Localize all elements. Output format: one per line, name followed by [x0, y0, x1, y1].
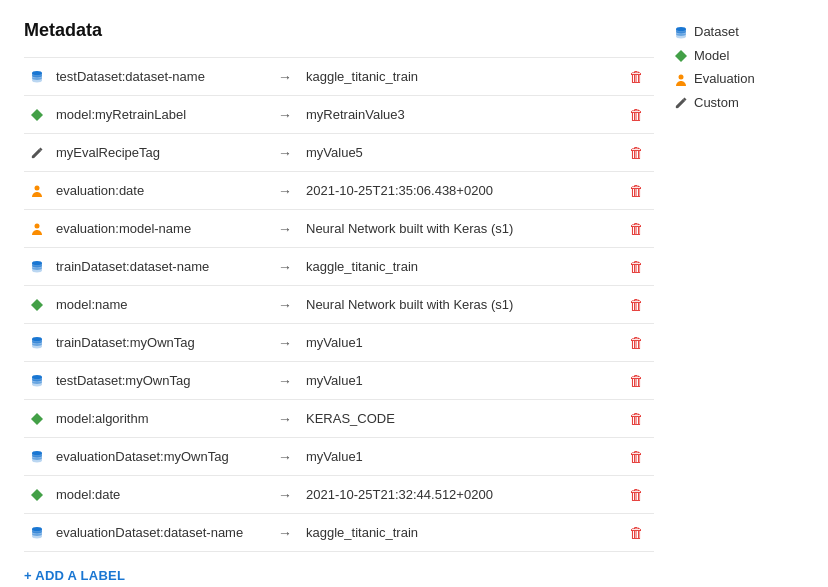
svg-point-2	[35, 186, 40, 191]
row-delete-cell: 🗑	[619, 172, 654, 210]
model-icon	[30, 411, 44, 426]
arrow-icon: →	[270, 172, 300, 210]
delete-button[interactable]: 🗑	[625, 218, 648, 239]
row-key: evaluation:date	[50, 172, 270, 210]
table-row: trainDataset:dataset-name → kaggle_titan…	[24, 248, 654, 286]
model-icon	[30, 487, 44, 502]
page-title: Metadata	[24, 20, 654, 41]
delete-button[interactable]: 🗑	[625, 370, 648, 391]
row-delete-cell: 🗑	[619, 476, 654, 514]
row-value: Neural Network built with Keras (s1)	[300, 210, 619, 248]
row-icon	[24, 248, 50, 286]
model-icon	[30, 297, 44, 312]
svg-marker-1	[31, 109, 43, 121]
svg-marker-13	[675, 50, 687, 62]
row-icon	[24, 286, 50, 324]
row-icon	[24, 362, 50, 400]
legend-label-custom: Custom	[694, 95, 739, 110]
dataset-icon	[30, 335, 44, 350]
table-row: testDataset:myOwnTag → myValue1 🗑	[24, 362, 654, 400]
arrow-icon: →	[270, 324, 300, 362]
legend-item-custom: Custom	[674, 95, 804, 111]
row-key: model:algorithm	[50, 400, 270, 438]
arrow-icon: →	[270, 248, 300, 286]
delete-button[interactable]: 🗑	[625, 332, 648, 353]
main-content: Metadata testDataset:dataset-name → kagg…	[24, 20, 674, 587]
row-key: trainDataset:dataset-name	[50, 248, 270, 286]
dataset-icon	[30, 373, 44, 388]
add-label-button[interactable]: + ADD A LABEL	[24, 564, 125, 587]
row-delete-cell: 🗑	[619, 362, 654, 400]
dataset-icon	[30, 525, 44, 540]
row-key: trainDataset:myOwnTag	[50, 324, 270, 362]
delete-button[interactable]: 🗑	[625, 180, 648, 201]
model-icon	[30, 107, 44, 122]
row-icon	[24, 438, 50, 476]
table-row: evaluationDataset:dataset-name → kaggle_…	[24, 514, 654, 552]
row-value: myValue1	[300, 324, 619, 362]
delete-button[interactable]: 🗑	[625, 484, 648, 505]
row-delete-cell: 🗑	[619, 324, 654, 362]
page-layout: Metadata testDataset:dataset-name → kagg…	[24, 20, 804, 587]
delete-button[interactable]: 🗑	[625, 294, 648, 315]
model-legend-icon	[674, 48, 688, 64]
delete-button[interactable]: 🗑	[625, 142, 648, 163]
table-row: model:date → 2021-10-25T21:32:44.512+020…	[24, 476, 654, 514]
legend-item-evaluation: Evaluation	[674, 71, 804, 87]
delete-button[interactable]: 🗑	[625, 522, 648, 543]
row-key: evaluation:model-name	[50, 210, 270, 248]
row-delete-cell: 🗑	[619, 400, 654, 438]
legend-label-evaluation: Evaluation	[694, 71, 755, 86]
svg-point-14	[679, 74, 684, 79]
row-value: kaggle_titanic_train	[300, 514, 619, 552]
row-value: kaggle_titanic_train	[300, 248, 619, 286]
row-icon	[24, 172, 50, 210]
arrow-icon: →	[270, 134, 300, 172]
row-key: evaluationDataset:myOwnTag	[50, 438, 270, 476]
arrow-icon: →	[270, 58, 300, 96]
svg-point-3	[35, 224, 40, 229]
table-row: trainDataset:myOwnTag → myValue1 🗑	[24, 324, 654, 362]
row-key: testDataset:myOwnTag	[50, 362, 270, 400]
metadata-table: testDataset:dataset-name → kaggle_titani…	[24, 57, 654, 552]
evaluation-legend-icon	[674, 71, 688, 87]
svg-marker-5	[31, 299, 43, 311]
table-row: model:myRetrainLabel → myRetrainValue3 🗑	[24, 96, 654, 134]
delete-button[interactable]: 🗑	[625, 104, 648, 125]
delete-button[interactable]: 🗑	[625, 256, 648, 277]
arrow-icon: →	[270, 362, 300, 400]
arrow-icon: →	[270, 400, 300, 438]
custom-legend-icon	[674, 95, 688, 111]
row-delete-cell: 🗑	[619, 210, 654, 248]
arrow-icon: →	[270, 210, 300, 248]
row-icon	[24, 400, 50, 438]
row-value: myRetrainValue3	[300, 96, 619, 134]
delete-button[interactable]: 🗑	[625, 408, 648, 429]
arrow-icon: →	[270, 286, 300, 324]
row-value: myValue5	[300, 134, 619, 172]
table-row: evaluation:date → 2021-10-25T21:35:06.43…	[24, 172, 654, 210]
table-row: model:algorithm → KERAS_CODE 🗑	[24, 400, 654, 438]
row-icon	[24, 58, 50, 96]
svg-marker-8	[31, 413, 43, 425]
dataset-icon	[30, 259, 44, 274]
table-row: evaluationDataset:myOwnTag → myValue1 🗑	[24, 438, 654, 476]
row-delete-cell: 🗑	[619, 248, 654, 286]
table-row: evaluation:model-name → Neural Network b…	[24, 210, 654, 248]
row-key: model:date	[50, 476, 270, 514]
delete-button[interactable]: 🗑	[625, 66, 648, 87]
row-icon	[24, 476, 50, 514]
row-value: myValue1	[300, 438, 619, 476]
custom-icon	[30, 145, 44, 160]
legend-label-dataset: Dataset	[694, 24, 739, 39]
svg-marker-10	[31, 489, 43, 501]
row-delete-cell: 🗑	[619, 134, 654, 172]
arrow-icon: →	[270, 96, 300, 134]
row-key: model:name	[50, 286, 270, 324]
legend-label-model: Model	[694, 48, 729, 63]
row-delete-cell: 🗑	[619, 58, 654, 96]
delete-button[interactable]: 🗑	[625, 446, 648, 467]
evaluation-icon	[30, 221, 44, 236]
row-icon	[24, 514, 50, 552]
legend-item-dataset: Dataset	[674, 24, 804, 40]
